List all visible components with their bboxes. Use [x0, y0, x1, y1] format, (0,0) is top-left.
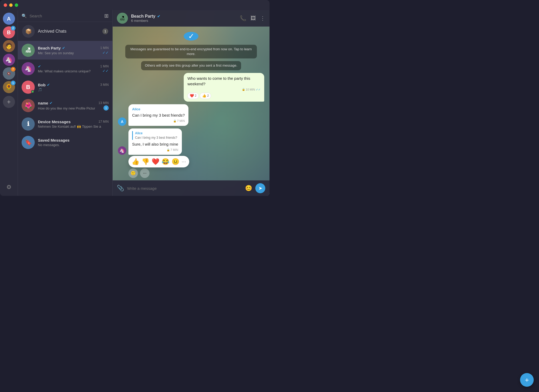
verified-icon-unicorn: ✔ — [38, 64, 41, 68]
verified-icon-beach-party: ✔ — [62, 46, 65, 50]
search-icon: 🔍 — [22, 13, 27, 18]
message-bubble-alice-1[interactable]: Alice Can I bring my 3 best friends? 🔒 7… — [128, 104, 188, 126]
sidebar-account-sunflower[interactable]: 🌻 1 — [3, 81, 15, 93]
chat-item-name[interactable]: 🌺 name ✔ 13 MIN How do you like my new P… — [18, 96, 112, 115]
archived-count: 1 — [102, 28, 108, 34]
emoji-picker-popup: 👍 👎 ❤️ 😂 😐 ··· — [128, 156, 189, 167]
system-message-encrypted: Messages are guaranteed to be end-to-end… — [125, 45, 257, 58]
chat-info-unicorn: ✔ 1 MIN Me: What makes unicorns unique? … — [38, 64, 109, 73]
chat-header-actions: 📞 🖼 ⋮ — [240, 15, 265, 21]
sidebar-account-unicorn[interactable]: 🦄 — [3, 54, 15, 66]
reply-quote-text: Can I bring my 3 best friends? — [135, 136, 178, 140]
reaction-thumbsup[interactable]: 👍 2 — [200, 93, 211, 99]
chat-item-saved-messages[interactable]: 🔖 Saved Messages No messages. — [18, 133, 112, 152]
chat-preview-beach-party: Me: See you on sunday — [38, 51, 102, 55]
reactions-party-invite: ❤️ 2 👍 2 — [187, 93, 261, 99]
search-input[interactable] — [29, 14, 102, 18]
message-bubble-unicorn-reply[interactable]: Alice Can I bring my 3 best friends? Sur… — [128, 128, 182, 155]
chat-name-device-messages: Device Messages — [38, 120, 71, 124]
message-time-unicorn-reply: 🔒 7 MIN — [132, 148, 178, 152]
chat-header-info[interactable]: Beach Party ✔ 6 members — [131, 14, 237, 23]
chat-info-beach-party: Beach Party ✔ 1 MIN Me: See you on sunda… — [38, 46, 109, 55]
chat-info-name: name ✔ 13 MIN How do you like my new Pro… — [38, 101, 109, 111]
maximize-button[interactable] — [15, 3, 18, 7]
verified-encryption-icon: ✓ — [184, 32, 198, 41]
chat-item-bob[interactable]: B Bob ✔ 3 MIN 🎵 — [18, 78, 112, 96]
qr-code-button[interactable]: ⊞ — [104, 13, 109, 19]
chat-item-beach-party[interactable]: 🏖 Beach Party ✔ 1 MIN Me: See you on sun… — [18, 41, 112, 59]
emoji-heart[interactable]: ❤️ — [152, 158, 159, 165]
unread-badge-name: 1 — [103, 105, 109, 111]
avatar-unicorn-reply: 🦄 — [118, 146, 126, 155]
online-indicator-bob — [31, 90, 34, 93]
chat-preview-bob: 🎵 — [38, 88, 42, 92]
emoji-thumbsdown[interactable]: 👎 — [142, 158, 149, 165]
sidebar-account-muted[interactable]: 🔇 7 — [3, 67, 15, 80]
system-message-visibility: Others will only see this group after yo… — [141, 61, 241, 70]
message-party-invite: Who wants to come to the party this week… — [118, 73, 264, 102]
chat-header-name: Beach Party ✔ — [131, 14, 237, 19]
chat-info-bob: Bob ✔ 3 MIN 🎵 — [38, 83, 109, 92]
send-button[interactable]: ➤ — [255, 183, 265, 193]
reaction-heart[interactable]: ❤️ 2 — [187, 93, 199, 99]
emoji-more-button[interactable]: ··· — [182, 158, 186, 165]
messages-area: ✓ Messages are guaranteed to be end-to-e… — [113, 27, 270, 180]
chat-item-device-messages[interactable]: ℹ Device Messages 17 MIN Nehmen Sie Kont… — [18, 115, 112, 133]
chat-avatar-name: 🌺 — [22, 99, 35, 112]
chat-info-device-messages: Device Messages 17 MIN Nehmen Sie Kontak… — [38, 120, 109, 129]
chat-time-bob: 3 MIN — [100, 83, 109, 87]
voice-call-icon[interactable]: 📞 — [240, 15, 246, 21]
sidebar-accounts: A B 2 🧑 🦄 🔇 7 🌻 1 + ⚙ — [0, 10, 18, 196]
reply-quote-name: Alice — [135, 131, 178, 136]
attachment-icon[interactable]: 📎 — [117, 185, 124, 192]
chat-preview-unicorn: Me: What makes unicorns unique? — [38, 69, 102, 73]
emoji-input-icon[interactable]: 😊 — [245, 185, 252, 192]
emoji-neutral[interactable]: 😐 — [172, 158, 179, 165]
chat-preview-saved-messages: No messages. — [38, 143, 60, 147]
close-button[interactable] — [4, 3, 7, 7]
more-options-icon[interactable]: ⋮ — [260, 15, 265, 21]
settings-button[interactable]: ⚙ — [3, 181, 15, 193]
sidebar-account-a[interactable]: A — [3, 13, 15, 25]
add-account-button[interactable]: + — [3, 96, 15, 108]
message-bubble-party-invite[interactable]: Who wants to come to the party this week… — [184, 73, 264, 102]
chat-avatar-device-messages: ℹ — [22, 117, 35, 131]
chat-avatar-saved-messages: 🔖 — [22, 136, 35, 149]
chat-name-beach-party: Beach Party — [38, 46, 61, 50]
photo-icon[interactable]: 🖼 — [251, 15, 256, 21]
sidebar-account-emoji1[interactable]: 🧑 — [3, 40, 15, 52]
more-actions-button[interactable]: ··· — [140, 168, 149, 178]
chat-list: 🏖 Beach Party ✔ 1 MIN Me: See you on sun… — [18, 41, 112, 196]
account-muted-badge: 7 — [11, 67, 16, 72]
reply-quote-unicorn: Alice Can I bring my 3 best friends? — [132, 131, 178, 140]
emoji-reaction-button[interactable]: 🙂 — [128, 168, 138, 178]
message-alice-1: A Alice Can I bring my 3 best friends? 🔒… — [118, 104, 264, 126]
check-beach-party: ✓✓ — [102, 51, 109, 55]
chat-time-name: 13 MIN — [98, 101, 109, 105]
sender-alice: Alice — [132, 107, 185, 112]
chat-info-saved-messages: Saved Messages No messages. — [38, 138, 109, 147]
archive-icon: 📦 — [22, 25, 35, 38]
chat-header-members: 6 members — [131, 19, 237, 23]
chat-preview-name: How do you like my new Profile Pictur — [38, 106, 103, 110]
account-sunflower-badge: 1 — [11, 81, 16, 85]
emoji-thumbsup[interactable]: 👍 — [132, 158, 139, 165]
check-unicorn: ✓✓ — [102, 69, 109, 73]
message-input[interactable] — [127, 186, 242, 191]
account-b-badge: 2 — [11, 26, 16, 31]
chat-item-unicorn[interactable]: 🦄 ✔ 1 MIN Me: What makes unicorns unique… — [18, 59, 112, 78]
message-action-buttons: 🙂 ··· — [128, 168, 264, 178]
message-unicorn-reply-container: 🦄 Alice Can I bring my 3 best friends? S… — [118, 128, 264, 178]
emoji-laugh[interactable]: 😂 — [162, 158, 169, 165]
chat-avatar-unicorn: 🦄 — [22, 62, 35, 75]
sidebar-account-b[interactable]: B 2 — [3, 26, 15, 38]
archived-chats-row[interactable]: 📦 Archived Chats 1 — [18, 22, 112, 41]
chat-name-bob: Bob — [38, 83, 46, 87]
chat-time-device-messages: 17 MIN — [98, 120, 109, 123]
chat-time-beach-party: 1 MIN — [100, 46, 109, 50]
lock-icon: 🔒 — [242, 88, 245, 91]
chat-name-saved-messages: Saved Messages — [38, 138, 69, 142]
chat-time-unicorn: 1 MIN — [100, 64, 109, 68]
minimize-button[interactable] — [9, 3, 13, 7]
chat-header-avatar: 🏖 — [117, 13, 128, 24]
